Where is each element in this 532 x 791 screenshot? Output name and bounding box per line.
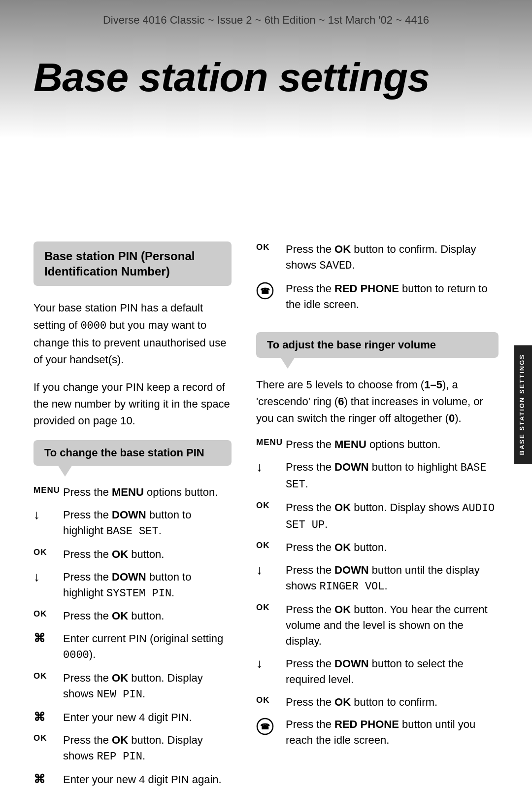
- ok-icon-2: OK: [33, 608, 63, 619]
- ringer-step-ok-4: OK Press the OK button to confirm.: [256, 694, 499, 710]
- red-phone-icon-1: ☎: [256, 281, 286, 302]
- ringer-step-ok-2: OK Press the OK button.: [256, 540, 499, 555]
- ringer-callout: To adjust the base ringer volume: [256, 332, 499, 358]
- ringer-step-text-down-1: Press the DOWN button to highlight BASE …: [286, 459, 499, 493]
- main-content: Base station PIN (Personal Identificatio…: [0, 99, 532, 791]
- step-keypad-3: ⌘ Enter your new 4 digit PIN again.: [33, 772, 232, 788]
- change-pin-callout-wrapper: To change the base station PIN: [33, 440, 232, 466]
- ringer-red-phone-icon: ☎: [256, 717, 286, 738]
- ringer-callout-wrapper: To adjust the base ringer volume: [256, 332, 499, 358]
- step-text-ok-2: Press the OK button.: [63, 608, 232, 624]
- ringer-ok-1: OK: [256, 500, 286, 511]
- step-text-ok-1: Press the OK button.: [63, 547, 232, 562]
- left-column: Base station PIN (Personal Identificatio…: [0, 241, 246, 791]
- ringer-step-red-phone: ☎ Press the RED PHONE button until you r…: [256, 717, 499, 748]
- ringer-step-menu: MENU Press the MENU options button.: [256, 437, 499, 452]
- right-column: OK Press the OK button to confirm. Displ…: [246, 241, 532, 791]
- ringer-intro: There are 5 levels to choose from (1–5),…: [256, 377, 499, 427]
- ringer-step-text-ok-1: Press the OK button. Display shows AUDIO…: [286, 500, 499, 533]
- step-text-ok-3: Press the OK button. Display shows NEW P…: [63, 670, 232, 703]
- ringer-step-text-red-phone: Press the RED PHONE button until you rea…: [286, 717, 499, 748]
- change-pin-callout: To change the base station PIN: [33, 440, 232, 466]
- step-text-down-1: Press the DOWN button to highlight BASE …: [63, 507, 232, 540]
- ok-icon-3: OK: [33, 670, 63, 681]
- keypad-icon-1: ⌘: [33, 631, 63, 645]
- right-top-steps: OK Press the OK button to confirm. Displ…: [256, 241, 499, 312]
- ok-icon-4: OK: [33, 732, 63, 743]
- pin-section-heading: Base station PIN (Personal Identificatio…: [33, 241, 232, 286]
- ringer-step-ok-1: OK Press the OK button. Display shows AU…: [256, 500, 499, 533]
- ok-icon-1: OK: [33, 547, 63, 557]
- step-down-1: ↓ Press the DOWN button to highlight BAS…: [33, 507, 232, 540]
- ringer-step-text-ok-3: Press the OK button. You hear the curren…: [286, 602, 499, 649]
- step-text-red-phone-1: Press the RED PHONE button to return to …: [286, 281, 499, 312]
- ringer-arrow-down-2: ↓: [256, 562, 286, 577]
- page: Diverse 4016 Classic ~ Issue 2 ~ 6th Edi…: [0, 0, 532, 791]
- header-meta: Diverse 4016 Classic ~ Issue 2 ~ 6th Edi…: [0, 0, 532, 27]
- page-title: Base station settings: [0, 27, 532, 99]
- ringer-arrow-down-1: ↓: [256, 459, 286, 474]
- ringer-step-text-ok-2: Press the OK button.: [286, 540, 499, 555]
- step-text-keypad-1: Enter current PIN (original setting 0000…: [63, 631, 232, 663]
- ringer-ok-3: OK: [256, 602, 286, 613]
- ringer-arrow-down-3: ↓: [256, 656, 286, 670]
- step-keypad-1: ⌘ Enter current PIN (original setting 00…: [33, 631, 232, 663]
- ringer-ok-4: OK: [256, 694, 286, 705]
- ok-icon-confirm: OK: [256, 241, 286, 252]
- ringer-ok-2: OK: [256, 540, 286, 550]
- ringer-step-text-down-2: Press the DOWN button until the display …: [286, 562, 499, 595]
- step-text-keypad-3: Enter your new 4 digit PIN again.: [63, 772, 232, 788]
- keypad-icon-3: ⌘: [33, 772, 63, 786]
- svg-text:☎: ☎: [260, 722, 270, 731]
- ringer-step-text-menu: Press the MENU options button.: [286, 437, 499, 452]
- ringer-step-down-1: ↓ Press the DOWN button to highlight BAS…: [256, 459, 499, 493]
- ringer-steps: MENU Press the MENU options button. ↓ Pr…: [256, 437, 499, 748]
- menu-icon-1: MENU: [33, 484, 63, 495]
- step-text-down-2: Press the DOWN button to highlight SYSTE…: [63, 569, 232, 602]
- ringer-menu-icon: MENU: [256, 437, 286, 447]
- arrow-down-icon-2: ↓: [33, 569, 63, 584]
- step-text-ok-confirm: Press the OK button to confirm. Display …: [286, 241, 499, 274]
- step-text-keypad-2: Enter your new 4 digit PIN.: [63, 710, 232, 725]
- intro-paragraph-1: Your base station PIN has a default sett…: [33, 300, 232, 368]
- step-ok-confirm: OK Press the OK button to confirm. Displ…: [256, 241, 499, 274]
- step-menu-1: MENU Press the MENU options button.: [33, 484, 232, 500]
- ringer-step-text-ok-4: Press the OK button to confirm.: [286, 694, 499, 710]
- keypad-icon-2: ⌘: [33, 710, 63, 724]
- ringer-step-down-3: ↓ Press the DOWN button to select the re…: [256, 656, 499, 688]
- step-down-2: ↓ Press the DOWN button to highlight SYS…: [33, 569, 232, 602]
- ringer-step-text-down-3: Press the DOWN button to select the requ…: [286, 656, 499, 688]
- step-ok-4: OK Press the OK button. Display shows RE…: [33, 732, 232, 765]
- step-ok-1: OK Press the OK button.: [33, 547, 232, 562]
- change-pin-steps: MENU Press the MENU options button. ↓ Pr…: [33, 484, 232, 787]
- step-red-phone-1: ☎ Press the RED PHONE button to return t…: [256, 281, 499, 312]
- side-tab: BASE STATION SETTINGS: [514, 345, 532, 464]
- meta-text: Diverse 4016 Classic ~ Issue 2 ~ 6th Edi…: [103, 14, 429, 26]
- step-keypad-2: ⌘ Enter your new 4 digit PIN.: [33, 710, 232, 725]
- step-ok-3: OK Press the OK button. Display shows NE…: [33, 670, 232, 703]
- arrow-down-icon-1: ↓: [33, 507, 63, 521]
- step-text-menu-1: Press the MENU options button.: [63, 484, 232, 500]
- ringer-step-down-2: ↓ Press the DOWN button until the displa…: [256, 562, 499, 595]
- ringer-step-ok-3: OK Press the OK button. You hear the cur…: [256, 602, 499, 649]
- intro-paragraph-2: If you change your PIN keep a record of …: [33, 379, 232, 429]
- svg-text:☎: ☎: [260, 287, 270, 295]
- step-ok-2: OK Press the OK button.: [33, 608, 232, 624]
- step-text-ok-4: Press the OK button. Display shows REP P…: [63, 732, 232, 765]
